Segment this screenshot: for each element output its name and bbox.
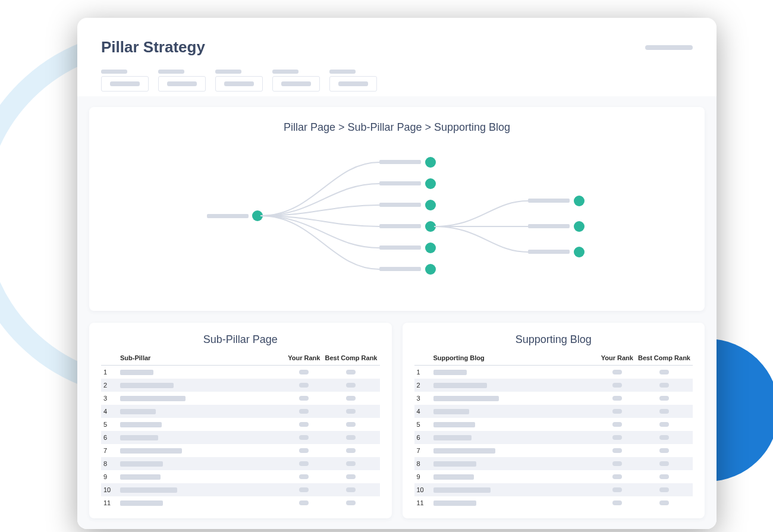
best-comp-rank-placeholder xyxy=(636,470,693,483)
svg-point-5 xyxy=(425,178,436,189)
filter-select[interactable] xyxy=(215,76,263,92)
row-number: 9 xyxy=(101,470,118,483)
table-row[interactable]: 3 xyxy=(414,392,693,405)
filter-select[interactable] xyxy=(101,76,149,92)
table-row[interactable]: 1 xyxy=(101,366,380,379)
your-rank-placeholder xyxy=(285,405,322,418)
your-rank-placeholder xyxy=(285,470,322,483)
row-number: 11 xyxy=(101,496,118,509)
page-title: Pillar Strategy xyxy=(101,38,205,56)
row-name-placeholder xyxy=(118,444,285,457)
table-row[interactable]: 7 xyxy=(414,444,693,457)
col-your-rank: Your Rank xyxy=(285,352,322,366)
svg-rect-18 xyxy=(528,250,570,254)
your-rank-placeholder xyxy=(599,418,636,431)
your-rank-placeholder xyxy=(599,483,636,496)
table-row[interactable]: 4 xyxy=(414,405,693,418)
table-row[interactable]: 11 xyxy=(414,496,693,509)
row-number: 10 xyxy=(414,483,431,496)
your-rank-placeholder xyxy=(599,366,636,379)
best-comp-rank-placeholder xyxy=(636,418,693,431)
content-area: Pillar Page > Sub-Pillar Page > Supporti… xyxy=(77,96,717,529)
col-number xyxy=(101,352,118,366)
table-row[interactable]: 6 xyxy=(414,431,693,444)
filter-bar xyxy=(77,56,717,96)
svg-point-13 xyxy=(425,264,436,275)
table-row[interactable]: 10 xyxy=(101,483,380,496)
filter-select[interactable] xyxy=(272,76,320,92)
best-comp-rank-placeholder xyxy=(636,405,693,418)
table-row[interactable]: 2 xyxy=(101,379,380,392)
best-comp-rank-placeholder xyxy=(322,431,379,444)
your-rank-placeholder xyxy=(599,392,636,405)
col-best-comp-rank: Best Comp Rank xyxy=(636,352,693,366)
col-your-rank: Your Rank xyxy=(599,352,636,366)
header-action-placeholder[interactable] xyxy=(645,45,693,50)
row-number: 7 xyxy=(414,444,431,457)
svg-rect-10 xyxy=(379,245,421,250)
table-row[interactable]: 3 xyxy=(101,392,380,405)
table-row[interactable]: 2 xyxy=(414,379,693,392)
svg-point-11 xyxy=(425,243,436,253)
your-rank-placeholder xyxy=(285,457,322,470)
your-rank-placeholder xyxy=(285,496,322,509)
row-name-placeholder xyxy=(431,405,599,418)
row-number: 8 xyxy=(101,457,118,470)
row-number: 3 xyxy=(414,392,431,405)
svg-point-3 xyxy=(425,157,436,168)
table-row[interactable]: 5 xyxy=(101,418,380,431)
row-name-placeholder xyxy=(118,496,285,509)
filter-1 xyxy=(101,70,149,92)
filter-select[interactable] xyxy=(158,76,206,92)
table-row[interactable]: 10 xyxy=(414,483,693,496)
best-comp-rank-placeholder xyxy=(636,444,693,457)
sub-pillar-table-card: Sub-Pillar Page Sub-Pillar Your Rank Bes… xyxy=(89,323,392,518)
your-rank-placeholder xyxy=(285,418,322,431)
best-comp-rank-placeholder xyxy=(636,483,693,496)
your-rank-placeholder xyxy=(599,379,636,392)
row-name-placeholder xyxy=(431,431,599,444)
row-name-placeholder xyxy=(118,379,285,392)
row-name-placeholder xyxy=(118,483,285,496)
table-row[interactable]: 8 xyxy=(101,457,380,470)
table-row[interactable]: 11 xyxy=(101,496,380,509)
row-number: 7 xyxy=(101,444,118,457)
best-comp-rank-placeholder xyxy=(322,379,379,392)
supporting-blog-table: Supporting Blog Your Rank Best Comp Rank… xyxy=(414,352,693,509)
best-comp-rank-placeholder xyxy=(322,418,379,431)
best-comp-rank-placeholder xyxy=(322,405,379,418)
pillar-tree-diagram xyxy=(171,138,623,293)
table-row[interactable]: 1 xyxy=(414,366,693,379)
row-number: 4 xyxy=(414,405,431,418)
filter-label-placeholder xyxy=(101,70,127,74)
supporting-blog-table-title: Supporting Blog xyxy=(414,333,693,346)
table-row[interactable]: 6 xyxy=(101,431,380,444)
your-rank-placeholder xyxy=(599,444,636,457)
table-row[interactable]: 9 xyxy=(101,470,380,483)
header: Pillar Strategy xyxy=(77,18,717,56)
table-row[interactable]: 8 xyxy=(414,457,693,470)
filter-2 xyxy=(158,70,206,92)
svg-rect-0 xyxy=(207,214,249,218)
table-row[interactable]: 9 xyxy=(414,470,693,483)
row-name-placeholder xyxy=(431,483,599,496)
filter-label-placeholder xyxy=(329,70,356,74)
filter-select[interactable] xyxy=(329,76,377,92)
table-row[interactable]: 5 xyxy=(414,418,693,431)
filter-label-placeholder xyxy=(215,70,241,74)
table-row[interactable]: 4 xyxy=(101,405,380,418)
your-rank-placeholder xyxy=(285,392,322,405)
best-comp-rank-placeholder xyxy=(322,392,379,405)
row-name-placeholder xyxy=(118,418,285,431)
best-comp-rank-placeholder xyxy=(322,470,379,483)
filter-3 xyxy=(215,70,263,92)
best-comp-rank-placeholder xyxy=(636,457,693,470)
filter-5 xyxy=(329,70,377,92)
sub-pillar-table: Sub-Pillar Your Rank Best Comp Rank 1234… xyxy=(101,352,380,509)
supporting-blog-table-card: Supporting Blog Supporting Blog Your Ran… xyxy=(403,323,705,518)
your-rank-placeholder xyxy=(285,379,322,392)
row-name-placeholder xyxy=(431,366,599,379)
table-row[interactable]: 7 xyxy=(101,444,380,457)
col-supporting-blog: Supporting Blog xyxy=(431,352,599,366)
your-rank-placeholder xyxy=(599,431,636,444)
